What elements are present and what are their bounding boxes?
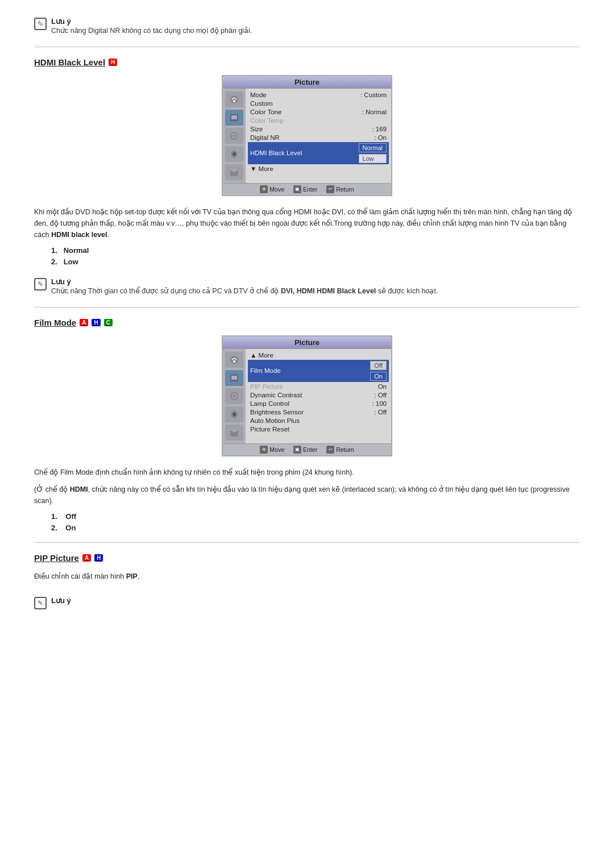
menu-row-more-up: ▲ More	[250, 351, 387, 359]
section-title-film: Film Mode A H C	[34, 318, 580, 327]
svg-point-13	[233, 360, 235, 363]
note-hdmi: ✎ Lưu ý Chức năng Thời gian có thể được …	[34, 277, 580, 297]
badge-pip-H: H	[94, 554, 103, 562]
film-body2: (Ở chế độ HDMI, chức năng này có thể có …	[34, 484, 580, 506]
section-title-hdmi: HDMI Black Level H	[34, 57, 580, 67]
film-menu-body: ▲ More Film Mode Off On PIP PictureOn Dy…	[223, 349, 391, 443]
film-icon-2	[225, 370, 243, 386]
menu-row-dyncontrast: Dynamic Contrast: Off	[250, 391, 387, 399]
menu-row-more: ▼ More	[250, 165, 387, 173]
menu-row-size: Size: 169	[250, 125, 387, 133]
badge-H: H	[109, 59, 117, 66]
note-pip-label: Lưu ý	[51, 596, 71, 605]
film-dropdown: Off On	[370, 360, 387, 381]
menu-row-lamp: Lamp Control: 100	[250, 400, 387, 408]
menu-icon-1	[225, 92, 243, 107]
hdmi-dropdown: Normal Low	[359, 143, 387, 164]
film-list-1: 1. Off	[51, 512, 580, 521]
note-top-label: Lưu ý	[51, 17, 71, 26]
film-footer-move: ⊕ Move	[260, 446, 284, 454]
film-menu-container: Picture	[34, 335, 580, 456]
hdmi-menu-body: Mode: Custom Custom Color Tone: Normal C…	[223, 89, 391, 183]
film-icon-5	[225, 425, 243, 441]
divider-2	[34, 307, 580, 308]
note-hdmi-label: Lưu ý	[51, 277, 71, 286]
menu-row-custom: Custom	[250, 99, 387, 107]
svg-point-1	[233, 100, 235, 102]
svg-point-7	[233, 152, 236, 156]
note-top-text: Chức năng Digital NR không có tác dụng c…	[51, 26, 252, 36]
footer-return: ↩ Return	[326, 185, 354, 193]
footer-move: ⊕ Move	[260, 185, 284, 193]
enter-icon: ▣	[293, 185, 301, 193]
menu-icon-2	[225, 110, 243, 126]
dropdown-normal: Normal	[359, 143, 387, 152]
note-pip: ✎ Lưu ý	[34, 596, 580, 609]
badge-A: A	[80, 319, 88, 326]
section-pip: PIP Picture A H Điều chỉnh cài đặt màn h…	[34, 553, 580, 609]
dropdown-off-film: Off	[370, 361, 387, 370]
hdmi-menu-container: Picture	[34, 75, 580, 196]
svg-rect-9	[234, 156, 235, 159]
menu-row-picreset: Picture Reset	[250, 425, 387, 433]
film-icon-3	[225, 388, 243, 404]
menu-row-colortone: Color Tone: Normal	[250, 108, 387, 116]
svg-rect-23	[233, 429, 236, 432]
badge-C: C	[104, 319, 113, 326]
menu-row-filmmode: Film Mode Off On	[248, 360, 389, 382]
svg-point-17	[233, 395, 235, 397]
film-menu-title: Picture	[223, 337, 391, 349]
svg-rect-20	[234, 410, 235, 412]
hdmi-menu-box: Picture	[222, 75, 392, 196]
svg-rect-11	[233, 169, 236, 172]
svg-rect-8	[234, 149, 235, 152]
film-icon-4	[225, 406, 243, 422]
menu-icon-5	[225, 164, 243, 180]
hdmi-menu-icons	[223, 89, 246, 183]
note-icon-hdmi: ✎	[34, 278, 47, 290]
note-hdmi-text: Chức năng Thời gian có thể được sử dụng …	[51, 286, 438, 297]
svg-rect-21	[234, 417, 235, 419]
film-menu-box: Picture	[222, 335, 392, 456]
note-icon-top: ✎	[34, 18, 47, 30]
menu-row-mode: Mode: Custom	[250, 91, 387, 99]
menu-row-colortemp: Color Temp	[250, 117, 387, 124]
menu-row-digitalnr: Digital NR: On	[250, 134, 387, 142]
menu-icon-3	[225, 128, 243, 144]
menu-row-hdmiblack: HDMI Black Level Normal Low	[248, 142, 389, 164]
hdmi-list-1: 1. Normal	[51, 246, 580, 255]
dropdown-on-film: On	[370, 372, 387, 381]
divider-1	[34, 47, 580, 47]
film-icon-1	[225, 352, 243, 368]
film-move-icon: ⊕	[260, 446, 268, 454]
menu-row-brightness: Brightness Sensor: Off	[250, 408, 387, 416]
film-body1: Chế độ Film Mode định chuẩn hình ảnh khô…	[34, 467, 580, 478]
hdmi-body-text: Khi một đầu DVD hoặc hộp set-top được kế…	[34, 206, 580, 240]
pip-body: Điều chỉnh cài đặt màn hình PIP.	[34, 571, 580, 582]
film-footer-return: ↩ Return	[326, 446, 354, 454]
section-title-pip: PIP Picture A H	[34, 553, 580, 563]
hdmi-menu-title: Picture	[223, 76, 391, 89]
film-list-2: 2. On	[51, 524, 580, 532]
footer-enter: ▣ Enter	[293, 185, 317, 193]
svg-point-19	[233, 413, 236, 416]
dropdown-low: Low	[359, 154, 387, 163]
note-top: ✎ Lưu ý Chức năng Digital NR không có tá…	[34, 17, 580, 36]
hdmi-menu-items: Mode: Custom Custom Color Tone: Normal C…	[246, 89, 391, 183]
hdmi-menu-footer: ⊕ Move ▣ Enter ↩ Return	[223, 183, 391, 195]
menu-icon-4	[225, 146, 243, 162]
svg-rect-15	[231, 376, 237, 380]
section-film-mode: Film Mode A H C Picture	[34, 318, 580, 532]
menu-row-pip: PIP PictureOn	[250, 383, 387, 391]
divider-3	[34, 542, 580, 543]
svg-point-5	[233, 135, 235, 137]
hdmi-list-2: 2. Low	[51, 258, 580, 266]
film-menu-footer: ⊕ Move ▣ Enter ↩ Return	[223, 443, 391, 455]
note-icon-pip: ✎	[34, 597, 47, 609]
badge-H2: H	[92, 319, 100, 326]
badge-pip-A: A	[82, 554, 91, 562]
film-menu-items: ▲ More Film Mode Off On PIP PictureOn Dy…	[246, 349, 391, 443]
film-footer-enter: ▣ Enter	[293, 446, 317, 454]
film-return-icon: ↩	[326, 446, 334, 454]
move-icon: ⊕	[260, 185, 268, 193]
